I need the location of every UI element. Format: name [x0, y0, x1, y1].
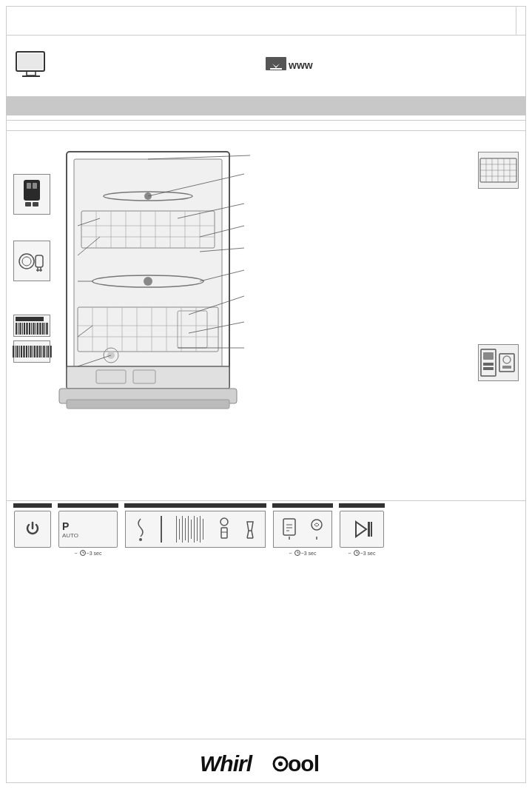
control-detail-box	[478, 344, 519, 381]
power-icon	[24, 520, 41, 538]
section-divider	[6, 500, 526, 501]
rack-detail-icon	[479, 152, 518, 188]
barcode-icon	[16, 323, 48, 335]
svg-rect-8	[27, 183, 31, 189]
svg-rect-63	[133, 370, 155, 383]
start-label-bar	[339, 503, 385, 508]
multi-p-label: P	[62, 520, 69, 532]
svg-point-59	[144, 277, 152, 286]
control-panel-section: P AUTO ~ ~3 sec	[13, 503, 519, 592]
download-www-icon	[265, 56, 287, 74]
dishes-icon-box	[13, 241, 50, 281]
programs-panel	[125, 511, 266, 548]
filter-icon-box	[13, 174, 50, 215]
options-label-bar	[272, 503, 333, 508]
prog-icon-3	[244, 516, 256, 543]
options-panel-group: ~ ~3 sec	[272, 503, 333, 556]
multi-label-bar	[58, 503, 118, 508]
svg-marker-100	[356, 522, 366, 537]
svg-point-86	[220, 518, 228, 526]
www-icon-group: www	[265, 56, 313, 74]
svg-line-90	[252, 531, 253, 538]
multi-auto-label: AUTO	[62, 532, 78, 539]
programs-panel-group	[124, 503, 266, 548]
svg-rect-101	[368, 522, 370, 537]
filter-icon	[18, 178, 46, 211]
label-icon-box	[13, 315, 50, 337]
icons-row: www	[13, 43, 519, 87]
prog-icon-1	[135, 516, 147, 543]
power-button[interactable]	[14, 511, 51, 548]
svg-rect-28	[483, 367, 494, 370]
barcode-full-icon	[13, 346, 52, 357]
svg-point-85	[139, 538, 142, 541]
svg-rect-81	[67, 400, 229, 409]
option-icon-2	[309, 516, 325, 543]
clock-icon-options	[294, 550, 301, 556]
svg-point-30	[503, 356, 511, 363]
svg-rect-10	[25, 202, 31, 207]
prog-icon-2	[218, 516, 230, 543]
svg-rect-7	[24, 180, 40, 201]
options-caption: ~ ~3 sec	[289, 550, 317, 556]
dishwasher-diagram	[52, 137, 252, 418]
options-panel	[273, 511, 332, 548]
start-caption: ~ ~3 sec	[349, 550, 376, 556]
dishes-icon	[16, 245, 47, 278]
svg-rect-3	[18, 53, 43, 70]
control-detail-icon	[479, 345, 518, 380]
top-bar	[6, 6, 526, 36]
whirlpool-logo: Whirl ool	[192, 743, 340, 780]
svg-rect-102	[371, 522, 372, 537]
programs-label-bar	[124, 503, 266, 508]
divider-line-1	[6, 120, 526, 121]
svg-text:Whirl: Whirl	[200, 751, 253, 776]
start-pause-button[interactable]	[340, 511, 384, 548]
monitor-icon	[13, 47, 49, 83]
clock-icon-start	[353, 550, 360, 556]
svg-rect-26	[483, 352, 494, 360]
svg-rect-92	[283, 519, 295, 535]
prog-bars	[161, 516, 162, 543]
option-icon-1	[281, 516, 297, 543]
power-label-bar	[13, 503, 52, 508]
svg-text:ool: ool	[288, 751, 319, 776]
svg-point-108	[278, 762, 283, 766]
svg-rect-62	[96, 370, 126, 383]
divider-line-2	[6, 130, 526, 131]
svg-rect-27	[483, 363, 494, 366]
diagram-area	[13, 137, 519, 477]
svg-point-12	[19, 254, 34, 269]
svg-rect-31	[502, 366, 511, 369]
start-button-group: ~ ~3 sec	[339, 503, 385, 556]
svg-rect-6	[270, 68, 282, 70]
power-button-group	[13, 503, 52, 548]
footer: Whirl ool	[6, 739, 526, 783]
svg-line-89	[247, 531, 249, 538]
rack-detail-box	[478, 152, 519, 189]
whirlpool-logo-svg: Whirl ool	[192, 743, 340, 780]
top-bar-right-tab	[516, 6, 526, 35]
multi-caption: ~ ~3 sec	[75, 550, 102, 556]
svg-rect-11	[33, 202, 38, 207]
clock-icon-small	[79, 550, 87, 556]
section-header-bar	[6, 96, 526, 115]
prog-lines-group	[176, 516, 203, 543]
svg-rect-14	[36, 255, 43, 267]
svg-line-79	[148, 155, 250, 159]
start-pause-icon	[351, 519, 372, 540]
www-text: www	[289, 59, 313, 71]
svg-rect-2	[22, 75, 40, 77]
svg-rect-9	[33, 183, 37, 189]
svg-point-96	[312, 520, 322, 530]
svg-rect-87	[221, 528, 227, 538]
barcode-icon-box	[13, 340, 50, 363]
multi-button-group: P AUTO ~ ~3 sec	[58, 503, 118, 556]
multi-button[interactable]: P AUTO	[58, 511, 118, 548]
